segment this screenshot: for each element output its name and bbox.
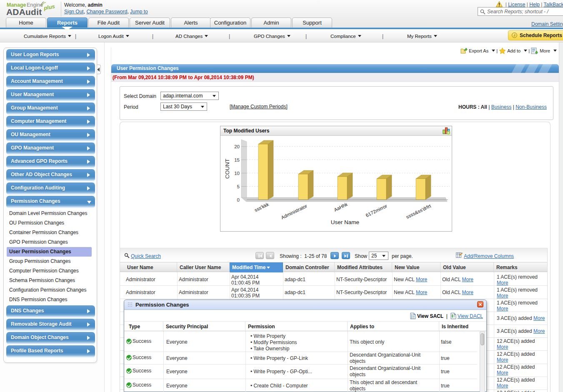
- svg-text:20: 20: [234, 144, 240, 149]
- svg-text:0: 0: [237, 197, 240, 202]
- svg-text:ssss&ss'drfrt: ssss&ss'drfrt: [405, 203, 432, 220]
- svg-text:sss'kkk: sss'kkk: [254, 202, 270, 213]
- svg-text:plus: plus: [43, 3, 55, 12]
- svg-text:5: 5: [237, 184, 240, 189]
- svg-text:User Name: User Name: [331, 219, 359, 225]
- svg-text:COUNT: COUNT: [224, 159, 230, 179]
- svg-text:Administrator: Administrator: [280, 203, 308, 220]
- svg-text:ADAudit: ADAudit: [6, 7, 42, 17]
- svg-text:10: 10: [234, 171, 240, 176]
- svg-text:15: 15: [234, 157, 240, 162]
- svg-text:AaHhk: AaHhk: [333, 202, 349, 212]
- svg-text:6172mirror: 6172mirror: [365, 203, 388, 218]
